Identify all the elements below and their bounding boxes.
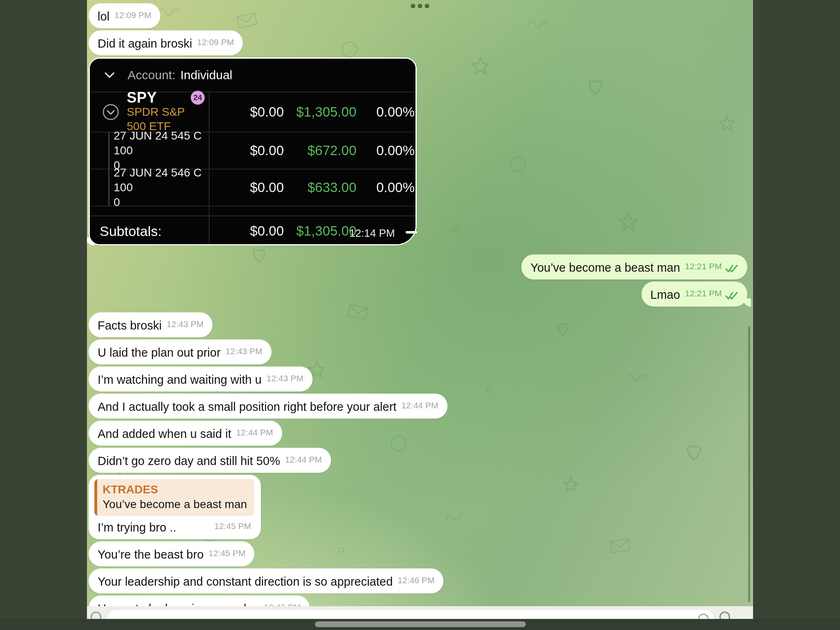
message-bubble[interactable]: And added when u said it 12:44 PM: [89, 421, 282, 446]
message-bubble[interactable]: lol 12:09 PM: [89, 3, 160, 28]
trade-panel: Account: Individual: [90, 59, 415, 244]
message-time: 12:09 PM: [114, 8, 151, 23]
message-time: 12:44 PM: [285, 453, 322, 468]
message-time: 12:21 PM: [685, 286, 722, 302]
panel-spacer: [90, 206, 415, 215]
day-change-value: $0.00: [209, 105, 284, 119]
message-text: I’m watching and waiting with u: [98, 373, 262, 387]
message-text: Did it again broski: [98, 37, 192, 50]
bottom-bar: [0, 619, 840, 630]
message-time: 12:09 PM: [197, 35, 234, 50]
position-row-option[interactable]: 27 JUN 24 546 C 100 0 $0.00 $633.00 0.00…: [90, 169, 415, 206]
quoted-message[interactable]: KTRADES You’ve become a beast man: [94, 479, 254, 516]
collapse-chevron-icon[interactable]: [102, 103, 119, 121]
message-time: 12:45 PM: [214, 519, 251, 534]
message-bubble[interactable]: Did it again broski 12:09 PM: [89, 30, 243, 55]
telegram-chat-screen: lol 12:09 PM Did it again broski 12:09 P…: [0, 0, 840, 630]
message-time: 12:14 PM: [349, 226, 395, 240]
message-bubble[interactable]: I’m watching and waiting with u 12:43 PM: [89, 367, 313, 392]
message-bubble[interactable]: And I actually took a small position rig…: [89, 394, 447, 419]
message-time: 12:45 PM: [209, 546, 246, 561]
gain-value: $633.00: [284, 181, 356, 195]
message-text: Didn’t go zero day and still hit 50%: [98, 454, 280, 468]
sticker-icon[interactable]: [698, 614, 709, 619]
message-text: Facts broski: [98, 318, 162, 332]
reply-message-bubble[interactable]: KTRADES You’ve become a beast man I’m tr…: [89, 475, 261, 539]
message-bubble[interactable]: Facts broski 12:43 PM: [89, 312, 212, 337]
message-time: 12:46 PM: [398, 573, 435, 589]
ticker-symbol: SPY: [127, 91, 157, 105]
message-time: 12:43 PM: [167, 317, 203, 332]
gain-value: $672.00: [284, 144, 356, 158]
attach-icon[interactable]: [91, 612, 101, 619]
position-row-spy[interactable]: SPY 24 SPDR S&P 500 ETF $0.00 $1,305.00 …: [90, 92, 415, 132]
message-bubble[interactable]: Your leadership and constant direction i…: [89, 568, 443, 593]
message-time: 12:21 PM: [685, 259, 722, 275]
day-change-value: $0.00: [209, 181, 284, 195]
message-time: 12:44 PM: [402, 399, 438, 414]
message-text: And I actually took a small position rig…: [98, 400, 397, 414]
message-input[interactable]: [107, 610, 714, 619]
option-contract: 27 JUN 24 545 C 100: [114, 128, 209, 158]
scroll-indicator-dots: [411, 4, 429, 8]
percent-value: 0.00%: [356, 144, 415, 158]
chat-scrollbar[interactable]: [748, 326, 750, 602]
gain-value: $1,305.00: [284, 105, 356, 119]
message-text: You’re the beast bro: [98, 548, 204, 561]
message-input-bar: [87, 606, 753, 619]
account-value: Individual: [180, 68, 233, 82]
position-row-option[interactable]: 27 JUN 24 545 C 100 0 $0.00 $672.00 0.00…: [90, 132, 415, 169]
search-icon[interactable]: [719, 612, 730, 619]
message-list: lol 12:09 PM Did it again broski 12:09 P…: [87, 0, 753, 619]
position-count-badge: 24: [191, 91, 205, 105]
chat-area: lol 12:09 PM Did it again broski 12:09 P…: [87, 0, 753, 619]
message-time: 12:43 PM: [267, 371, 304, 387]
subtotal-gain: $1,305.00: [284, 224, 356, 238]
percent-value: 0.00%: [356, 105, 415, 119]
day-change-value: $0.00: [209, 144, 284, 158]
message-time: 12:43 PM: [226, 344, 262, 360]
double-check-icon: [725, 264, 738, 275]
option-quantity: 0: [114, 195, 120, 210]
message-bubble-outgoing[interactable]: Lmao 12:21 PM: [641, 282, 747, 307]
bubble-border-notch: [406, 231, 417, 234]
trade-screenshot-message[interactable]: Account: Individual: [89, 57, 417, 245]
message-text: Lmao: [651, 288, 680, 302]
subtotals-label: Subtotals:: [100, 224, 162, 238]
option-contract: 27 JUN 24 546 C 100: [114, 165, 209, 195]
message-bubble-outgoing[interactable]: You’ve become a beast man 12:21 PM: [521, 254, 747, 279]
message-bubble[interactable]: Didn’t go zero day and still hit 50% 12:…: [89, 448, 331, 473]
message-text: And added when u said it: [98, 427, 231, 441]
message-text: I’m trying bro ..: [98, 520, 176, 534]
message-text: You’ve become a beast man: [530, 261, 680, 275]
horizontal-scrollbar[interactable]: [315, 621, 526, 627]
message-time: 12:44 PM: [236, 426, 273, 441]
account-selector[interactable]: Account: Individual: [90, 59, 415, 92]
message-text: U laid the plan out prior: [98, 346, 221, 360]
quoted-author: KTRADES: [103, 482, 247, 497]
message-text: Your leadership and constant direction i…: [98, 575, 393, 589]
message-bubble[interactable]: You’re the beast bro 12:45 PM: [89, 541, 254, 566]
account-label: Account:: [128, 68, 176, 82]
subtotal-day-change: $0.00: [209, 224, 284, 238]
message-bubble[interactable]: U laid the plan out prior 12:43 PM: [89, 339, 272, 364]
double-check-icon: [725, 291, 738, 302]
quoted-text: You’ve become a beast man: [103, 497, 247, 512]
chevron-down-icon: [104, 71, 115, 79]
message-text: lol: [98, 9, 110, 23]
percent-value: 0.00%: [356, 181, 415, 195]
